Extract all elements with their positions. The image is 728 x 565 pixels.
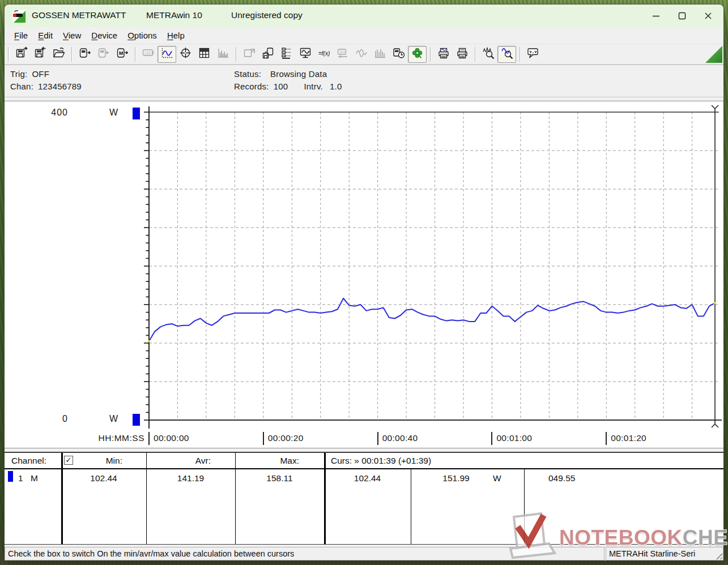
channels-value: 123456789 (38, 82, 82, 91)
device-write-icon (97, 46, 110, 62)
device-memory-icon: M (116, 46, 129, 62)
channels-label: Chan: (10, 82, 33, 91)
toolbar-separator (71, 47, 72, 62)
svg-text:321: 321 (339, 50, 345, 54)
device-store-button[interactable] (258, 46, 277, 63)
minimize-icon (651, 11, 661, 21)
device-read-button[interactable] (75, 46, 94, 63)
panel-view-icon: 321 (336, 46, 350, 62)
records-label: Records: (234, 82, 269, 91)
print-preview-button[interactable] (434, 46, 453, 63)
lucky-clover-button[interactable] (408, 46, 427, 63)
app-window: GOSSEN METRAWATT METRAwin 10 Unregistere… (5, 5, 723, 560)
statusbar-device-text: METRAHit Starline-Seri (609, 549, 695, 558)
window-title-license: Unregistered copy (231, 10, 303, 20)
curve-view-button[interactable] (157, 46, 176, 63)
zoom-curve-icon (500, 46, 514, 62)
app-logo-icon (12, 10, 25, 23)
toolbar-grip[interactable] (8, 47, 10, 62)
scope-view-button[interactable] (176, 46, 195, 63)
print-button[interactable] (453, 46, 471, 63)
histogram-view-button (214, 46, 232, 63)
print-preview-icon (437, 46, 450, 62)
export-data-icon (242, 46, 256, 62)
time-settings-button[interactable] (389, 46, 408, 63)
cursor-b-value: 151.99 (411, 473, 501, 483)
col-header-min: Min: (63, 456, 122, 466)
trigger-value: OFF (32, 69, 49, 79)
channel-setup-button[interactable] (277, 46, 296, 63)
menu-edit[interactable]: Edit (33, 28, 58, 42)
time-settings-icon (392, 46, 406, 62)
channel-mode: M (31, 473, 38, 483)
open-file-icon (52, 46, 66, 62)
col-header-channel: Channel: (11, 456, 46, 466)
device-write-button (94, 46, 113, 63)
table-view-button[interactable] (195, 46, 214, 63)
analog-curves-button (352, 46, 371, 63)
zoom-curve-button[interactable] (497, 46, 516, 63)
open-file-button[interactable] (49, 46, 68, 63)
zoom-all-button[interactable] (479, 46, 497, 63)
minimize-button[interactable] (643, 5, 669, 27)
channel-1-color-marker (8, 471, 13, 482)
menu-device[interactable]: Device (86, 28, 122, 42)
window-title-app: GOSSEN METRAWATT (32, 10, 126, 20)
cursor-b-unit: W (493, 473, 501, 483)
power-chart-svg (5, 101, 723, 449)
annotation-button[interactable] (523, 46, 542, 63)
toolbar-separator (520, 47, 520, 62)
device-memory-button[interactable]: M (113, 46, 131, 63)
print-icon (455, 46, 469, 62)
digital-pulses-button (371, 46, 389, 63)
online-monitor-icon (299, 46, 312, 62)
svg-text:1257: 1257 (144, 50, 153, 55)
statusbar-device: METRAHit Starline-Seri (606, 547, 723, 560)
cursor-a-value: 102.44 (324, 473, 411, 483)
channel-avr-value: 141.19 (146, 473, 235, 483)
power-chart-panel: 400 W 0 W HH:MM:SS 00:00:0000:00:2000:00… (5, 101, 723, 448)
channel-max-value: 158.11 (235, 473, 324, 483)
save-export-icon (15, 46, 28, 62)
maximize-icon (677, 11, 687, 21)
annotation-icon (526, 46, 540, 62)
numeric-display-icon: 1257 (142, 46, 155, 62)
menu-view[interactable]: View (58, 28, 86, 42)
menu-help[interactable]: Help (162, 28, 190, 42)
interval-label: Intrv. (304, 82, 322, 91)
numeric-display-button: 1257 (139, 46, 157, 63)
digital-pulses-icon (373, 46, 387, 62)
maximize-button[interactable] (669, 5, 695, 27)
col-header-max: Max: (235, 456, 299, 466)
lucky-clover-icon (411, 46, 424, 62)
curve-view-icon (160, 46, 174, 62)
menu-file[interactable]: File (9, 28, 33, 42)
statusbar-hint-text: Check the box to switch On the min/avr/m… (8, 549, 294, 558)
col-header-cursors: Curs: » 00:01:39 (+01:39) (331, 456, 431, 466)
device-store-icon (261, 46, 275, 62)
toolbar-separator (236, 47, 236, 62)
trigger-label: Trig: (10, 69, 27, 79)
formula-fx-icon: =f(x) (317, 46, 331, 62)
resize-grip[interactable] (714, 551, 722, 559)
formula-fx-button[interactable]: =f(x) (314, 46, 333, 63)
save-export-button[interactable] (12, 46, 31, 63)
save-import-button[interactable] (31, 46, 49, 63)
records-value: 100 (274, 82, 288, 91)
online-monitor-button[interactable] (296, 46, 314, 63)
status-label: Status: (234, 69, 261, 79)
toolbar-separator (430, 47, 431, 62)
menu-bar: FileEditViewDeviceOptionsHelp (5, 27, 723, 44)
title-bar[interactable]: GOSSEN METRAWATT METRAwin 10 Unregistere… (5, 5, 723, 27)
table-view-icon (198, 46, 211, 62)
menu-options[interactable]: Options (122, 28, 162, 42)
close-button[interactable] (695, 5, 721, 27)
close-icon (703, 11, 713, 21)
acquisition-info-panel: Trig:OFF Chan:123456789 Status:Browsing … (5, 65, 723, 97)
svg-text:=f(x): =f(x) (318, 50, 330, 56)
interval-value: 1.0 (330, 82, 342, 91)
channel-statistics-table: Channel: ✓ Min: Avr: Max: Curs: » 00:01:… (5, 452, 723, 545)
status-value: Browsing Data (270, 69, 327, 79)
device-read-icon (78, 46, 92, 62)
window-title-product: METRAwin 10 (146, 10, 202, 20)
